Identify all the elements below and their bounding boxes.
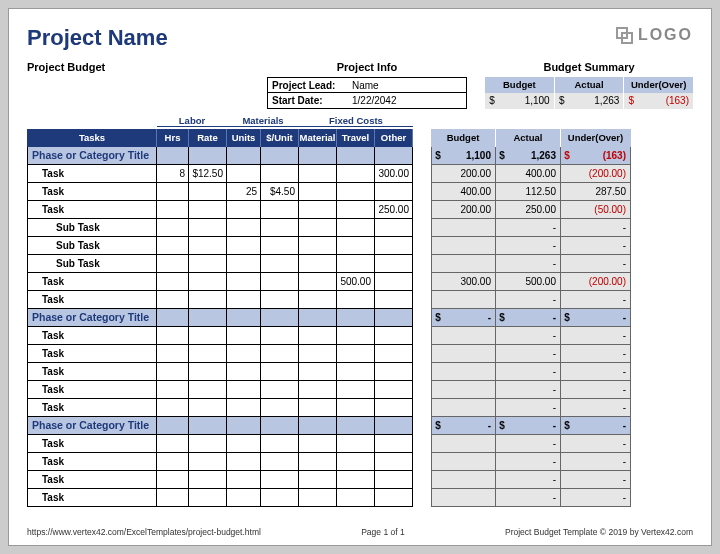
cell-units[interactable] bbox=[227, 471, 261, 489]
cell-hrs[interactable] bbox=[157, 381, 189, 399]
task-label[interactable]: Task bbox=[27, 453, 157, 471]
cell-travel[interactable] bbox=[337, 489, 375, 507]
cell-units[interactable] bbox=[227, 273, 261, 291]
cell-unit-price[interactable] bbox=[261, 345, 299, 363]
cell-unit-price[interactable] bbox=[261, 165, 299, 183]
cell-unit-price[interactable] bbox=[261, 201, 299, 219]
task-label[interactable]: Task bbox=[27, 183, 157, 201]
project-lead-value[interactable]: Name bbox=[348, 80, 466, 91]
cell-material[interactable] bbox=[299, 327, 337, 345]
task-row[interactable]: Task-- bbox=[27, 489, 693, 507]
cell-material[interactable] bbox=[299, 237, 337, 255]
task-row[interactable]: Task-- bbox=[27, 453, 693, 471]
cell-unit-price[interactable] bbox=[261, 327, 299, 345]
cell-other[interactable] bbox=[375, 381, 413, 399]
cell-rate[interactable] bbox=[189, 201, 227, 219]
cell-budget[interactable] bbox=[431, 471, 496, 489]
task-label[interactable]: Task bbox=[27, 291, 157, 309]
cell-unit-price[interactable] bbox=[261, 291, 299, 309]
cell-material[interactable] bbox=[299, 363, 337, 381]
task-row[interactable]: Task8$12.50300.00200.00400.00(200.00) bbox=[27, 165, 693, 183]
cell-rate[interactable] bbox=[189, 183, 227, 201]
cell-units[interactable] bbox=[227, 363, 261, 381]
cell-travel[interactable] bbox=[337, 255, 375, 273]
task-label[interactable]: Task bbox=[27, 381, 157, 399]
category-title[interactable]: Phase or Category Title bbox=[27, 147, 157, 165]
cell-budget[interactable] bbox=[431, 237, 496, 255]
task-label[interactable]: Sub Task bbox=[27, 255, 157, 273]
task-row[interactable]: Task25$4.50400.00112.50287.50 bbox=[27, 183, 693, 201]
cell-travel[interactable] bbox=[337, 291, 375, 309]
cell-units[interactable] bbox=[227, 399, 261, 417]
cell-budget[interactable]: 300.00 bbox=[431, 273, 496, 291]
cell-unit-price[interactable] bbox=[261, 471, 299, 489]
category-title[interactable]: Phase or Category Title bbox=[27, 417, 157, 435]
cell-rate[interactable] bbox=[189, 345, 227, 363]
category-row[interactable]: Phase or Category Title$-$-$- bbox=[27, 417, 693, 435]
cell-units[interactable]: 25 bbox=[227, 183, 261, 201]
category-row[interactable]: Phase or Category Title$1,100$1,263$(163… bbox=[27, 147, 693, 165]
cell-hrs[interactable] bbox=[157, 345, 189, 363]
category-title[interactable]: Phase or Category Title bbox=[27, 309, 157, 327]
cell-travel[interactable] bbox=[337, 201, 375, 219]
cell-budget[interactable] bbox=[431, 453, 496, 471]
cell-other[interactable] bbox=[375, 183, 413, 201]
cell-travel[interactable] bbox=[337, 219, 375, 237]
cell-units[interactable] bbox=[227, 381, 261, 399]
cell-rate[interactable] bbox=[189, 435, 227, 453]
cell-hrs[interactable] bbox=[157, 327, 189, 345]
task-label[interactable]: Task bbox=[27, 345, 157, 363]
cell-unit-price[interactable] bbox=[261, 273, 299, 291]
cell-travel[interactable] bbox=[337, 381, 375, 399]
cell-rate[interactable] bbox=[189, 291, 227, 309]
cell-travel[interactable] bbox=[337, 453, 375, 471]
cell-travel[interactable] bbox=[337, 345, 375, 363]
cell-material[interactable] bbox=[299, 489, 337, 507]
cell-travel[interactable] bbox=[337, 183, 375, 201]
cell-other[interactable] bbox=[375, 327, 413, 345]
cell-other[interactable]: 300.00 bbox=[375, 165, 413, 183]
cell-unit-price[interactable] bbox=[261, 435, 299, 453]
cell-rate[interactable] bbox=[189, 255, 227, 273]
category-row[interactable]: Phase or Category Title$-$-$- bbox=[27, 309, 693, 327]
cell-unit-price[interactable] bbox=[261, 237, 299, 255]
cell-material[interactable] bbox=[299, 345, 337, 363]
cell-units[interactable] bbox=[227, 237, 261, 255]
task-row[interactable]: Task-- bbox=[27, 435, 693, 453]
cell-other[interactable] bbox=[375, 435, 413, 453]
cell-hrs[interactable]: 8 bbox=[157, 165, 189, 183]
cell-other[interactable] bbox=[375, 363, 413, 381]
task-label[interactable]: Task bbox=[27, 489, 157, 507]
cell-hrs[interactable] bbox=[157, 255, 189, 273]
cell-other[interactable] bbox=[375, 399, 413, 417]
cell-rate[interactable] bbox=[189, 327, 227, 345]
cell-units[interactable] bbox=[227, 489, 261, 507]
task-label[interactable]: Task bbox=[27, 273, 157, 291]
cell-rate[interactable] bbox=[189, 363, 227, 381]
cell-material[interactable] bbox=[299, 165, 337, 183]
cell-other[interactable]: 250.00 bbox=[375, 201, 413, 219]
task-row[interactable]: Task-- bbox=[27, 471, 693, 489]
cell-other[interactable] bbox=[375, 273, 413, 291]
cell-hrs[interactable] bbox=[157, 273, 189, 291]
task-row[interactable]: Task-- bbox=[27, 327, 693, 345]
cell-units[interactable] bbox=[227, 435, 261, 453]
cell-other[interactable] bbox=[375, 345, 413, 363]
cell-budget[interactable] bbox=[431, 489, 496, 507]
cell-material[interactable] bbox=[299, 471, 337, 489]
cell-travel[interactable] bbox=[337, 165, 375, 183]
cell-material[interactable] bbox=[299, 255, 337, 273]
task-row[interactable]: Task-- bbox=[27, 363, 693, 381]
cell-material[interactable] bbox=[299, 219, 337, 237]
cell-budget[interactable] bbox=[431, 327, 496, 345]
cell-unit-price[interactable] bbox=[261, 363, 299, 381]
cell-material[interactable] bbox=[299, 183, 337, 201]
cell-rate[interactable] bbox=[189, 471, 227, 489]
cell-budget[interactable] bbox=[431, 255, 496, 273]
cell-other[interactable] bbox=[375, 471, 413, 489]
task-row[interactable]: Task500.00300.00500.00(200.00) bbox=[27, 273, 693, 291]
cell-travel[interactable] bbox=[337, 363, 375, 381]
cell-unit-price[interactable] bbox=[261, 219, 299, 237]
cell-units[interactable] bbox=[227, 219, 261, 237]
cell-material[interactable] bbox=[299, 273, 337, 291]
